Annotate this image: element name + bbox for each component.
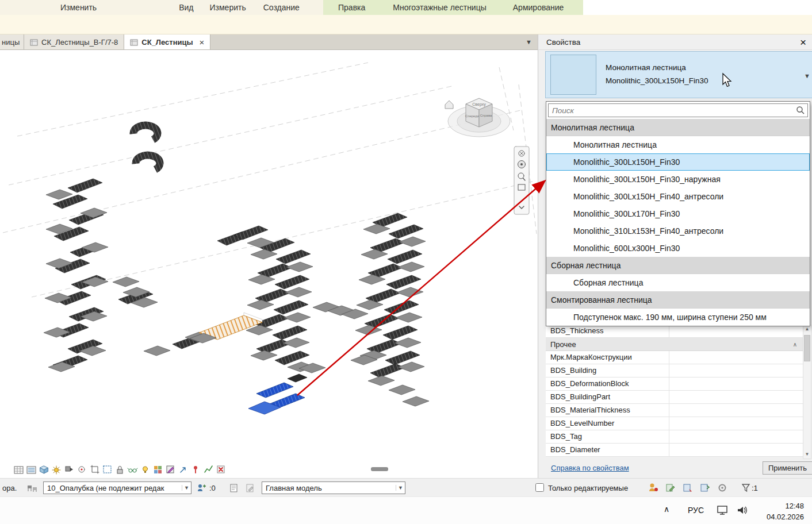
close-hidden-icon[interactable] <box>217 466 224 473</box>
type-option[interactable]: Monolithic_600Lx300H_Fin30 <box>546 240 810 257</box>
relinquish-icon[interactable] <box>682 482 694 494</box>
type-family-name: Монолитная лестница <box>606 61 708 75</box>
temporary-hide-isolate-icon[interactable] <box>128 468 137 472</box>
ribbon-tab-modify[interactable]: Изменить <box>55 0 102 15</box>
horizontal-scrollbar-thumb[interactable] <box>371 467 388 471</box>
3d-model-view[interactable]: Сверху Спереди Справа <box>0 50 538 478</box>
reveal-constraints-icon[interactable] <box>194 466 197 473</box>
view-tab-sk-lestnicy-vg[interactable]: СК_Лестницы_В-Г/7-8 <box>24 34 124 49</box>
highlighted-landing-orange[interactable] <box>190 313 262 343</box>
collapse-group-chevron-icon[interactable]: ∧ <box>793 338 797 351</box>
editable-only-checkbox[interactable] <box>535 483 544 492</box>
type-selector[interactable]: Монолитная лестница Monolithic_300Lx150H… <box>545 51 812 98</box>
detail-level-icon[interactable] <box>27 467 36 473</box>
rendering-icon[interactable] <box>79 467 85 472</box>
clock[interactable]: 12:48 04.02.2026 <box>767 501 804 523</box>
ribbon-tab-reinforcement[interactable]: Армирование <box>507 0 570 15</box>
param-value[interactable] <box>669 430 803 443</box>
sync-icon[interactable] <box>699 482 711 494</box>
crop-view-icon[interactable] <box>91 465 99 473</box>
ribbon-tab-multistory-stairs[interactable]: Многоэтажные лестницы <box>387 0 492 15</box>
scroll-down-icon[interactable]: ▼ <box>803 450 811 458</box>
dropdown-chevron-icon[interactable]: ▼ <box>182 485 191 491</box>
show-crop-region-icon[interactable] <box>104 466 111 473</box>
temporary-view-properties-icon[interactable] <box>167 466 174 473</box>
speaker-icon[interactable] <box>736 504 749 516</box>
lock-view-icon[interactable] <box>117 467 122 474</box>
search-icon[interactable] <box>796 106 805 115</box>
ribbon-tab-measure[interactable]: Измерить <box>204 0 251 15</box>
dropdown-chevron-icon[interactable]: ▼ <box>396 485 405 491</box>
type-option[interactable]: Монолитная лестница <box>546 136 810 153</box>
ribbon-tab-view[interactable]: Вид <box>173 0 199 15</box>
filter-icon[interactable] <box>741 483 751 493</box>
view-tab-clipped[interactable]: ницы <box>0 34 24 49</box>
reveal-hidden-elements-icon[interactable] <box>143 467 148 473</box>
close-view-tab-icon[interactable]: × <box>200 38 205 47</box>
param-value[interactable] <box>669 404 803 417</box>
design-options-dropdown[interactable]: Главная модель ▼ <box>262 481 405 494</box>
navigation-wheel-icon[interactable] <box>518 161 526 168</box>
apply-button[interactable]: Применить <box>763 461 812 475</box>
type-search-input[interactable] <box>549 104 807 117</box>
param-label: BDS_LevelNumber <box>546 417 669 430</box>
displaced-elements-icon[interactable] <box>181 468 185 472</box>
worksharing-display-icon[interactable] <box>154 466 162 473</box>
properties-scrollbar[interactable]: ▲ ▼ <box>803 325 811 459</box>
view-tab-sk-lestnicy-active[interactable]: СК_Лестницы × <box>124 34 210 49</box>
param-value[interactable] <box>669 351 803 364</box>
param-value[interactable] <box>669 417 803 430</box>
scroll-up-icon[interactable]: ▲ <box>803 325 811 333</box>
type-option-selected[interactable]: Monolithic_300Lx150H_Fin30 <box>546 153 810 171</box>
analytical-model-icon[interactable] <box>205 466 212 472</box>
type-option[interactable]: Monolithic_300Lx150H_Fin30_наружная <box>546 171 810 188</box>
ribbon-tab-edit[interactable]: Правка <box>332 0 371 15</box>
workset-icon <box>26 483 38 493</box>
network-display-icon[interactable] <box>717 504 729 516</box>
param-value[interactable] <box>669 325 803 337</box>
type-option[interactable]: Monolithic_300Lx170H_Fin30 <box>546 205 810 222</box>
param-value[interactable] <box>669 391 803 403</box>
tray-expand-chevron-icon[interactable]: ∧ <box>664 504 669 514</box>
view-tabs-chevron-down-icon[interactable]: ▼ <box>520 38 538 45</box>
language-indicator[interactable]: РУС <box>688 506 704 515</box>
ribbon-panel-area <box>0 15 812 34</box>
param-value[interactable] <box>669 444 803 456</box>
type-option[interactable]: Подступенок макс. 190 мм, ширина ступени… <box>546 309 810 326</box>
shadows-icon[interactable] <box>66 467 73 471</box>
model-viewport[interactable]: Сверху Спереди Справа <box>0 50 538 478</box>
spiral-stairs[interactable] <box>133 125 160 169</box>
scrollbar-thumb[interactable] <box>804 335 810 361</box>
editing-requests-count: :0 <box>209 484 216 492</box>
viewcube[interactable]: Сверху Спереди Справа <box>448 98 510 137</box>
editable-elements-icon[interactable] <box>665 482 676 494</box>
type-option[interactable]: Сборная лестница <box>546 274 810 291</box>
properties-footer: Справка по свойствам Применить <box>538 459 812 476</box>
stair-tower-right[interactable] <box>355 213 426 395</box>
visual-style-icon[interactable] <box>40 466 48 473</box>
param-row: BDS_LevelNumber <box>546 417 803 430</box>
design-option-edit-icon[interactable] <box>245 483 255 493</box>
ribbon-tab-create[interactable]: Создание <box>258 0 305 15</box>
type-option[interactable]: Monolithic_310Lx153H_Fin40_антресоли <box>546 222 810 240</box>
type-option[interactable]: Monolithic_300Lx150H_Fin40_антресоли <box>546 188 810 205</box>
worksets-status-icon[interactable] <box>648 482 659 494</box>
properties-help-link[interactable]: Справка по свойствам <box>551 464 629 472</box>
close-properties-icon[interactable]: × <box>800 37 806 48</box>
stair-tower-left[interactable] <box>44 179 108 372</box>
param-value[interactable] <box>669 377 803 390</box>
editing-requests-icon[interactable] <box>196 483 206 493</box>
navigation-bar[interactable] <box>514 147 529 214</box>
type-selector-chevron-down-icon[interactable]: ▼ <box>804 72 810 79</box>
sun-path-icon[interactable] <box>52 466 60 474</box>
active-workset-dropdown[interactable]: 10_Опалубка (не подлежит редак ▼ <box>43 481 191 494</box>
design-option-icon[interactable] <box>229 483 239 493</box>
param-group-header[interactable]: Прочее ∧ <box>546 338 803 351</box>
viewcube-home-icon[interactable] <box>445 101 453 109</box>
selected-stairs-blue[interactable] <box>248 374 307 414</box>
view-scale-icon[interactable] <box>14 467 23 473</box>
param-value[interactable] <box>669 364 803 377</box>
stair-tower-center[interactable] <box>246 238 314 372</box>
select-settings-icon[interactable] <box>717 482 728 494</box>
param-group-label: Прочее <box>550 340 576 349</box>
